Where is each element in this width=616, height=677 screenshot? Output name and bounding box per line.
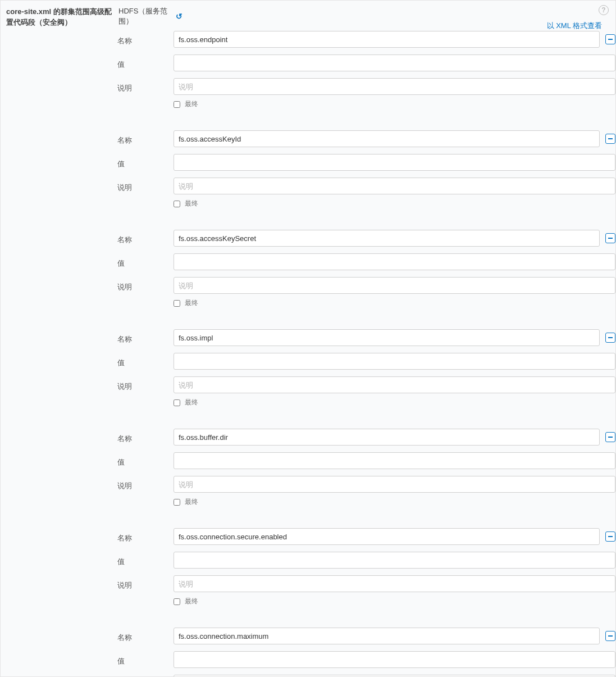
remove-entry-button[interactable] (605, 631, 615, 641)
name-label: 名称 (117, 331, 174, 344)
minus-icon (608, 437, 613, 438)
remove-entry-button[interactable] (605, 333, 615, 343)
property-title: core-site.xml 的群集范围高级配置代码段（安全阀） (6, 7, 112, 26)
minus-icon (608, 238, 613, 239)
value-label: 值 (117, 156, 174, 169)
scope-label: HDFS（服务范围） (118, 6, 171, 26)
name-input[interactable] (174, 329, 600, 346)
description-row: 说明 (117, 675, 615, 677)
final-label: 最终 (185, 597, 198, 606)
description-row: 说明 (117, 277, 615, 294)
description-input[interactable] (174, 78, 615, 95)
remove-entry-button[interactable] (605, 432, 615, 442)
property-entry: 名称 值 说明 最终 (117, 230, 615, 308)
minus-icon (608, 635, 613, 637)
final-checkbox[interactable] (174, 499, 180, 506)
name-row: 名称 (117, 130, 615, 147)
final-row: 最终 (174, 99, 615, 109)
value-row: 值 (117, 353, 615, 370)
name-input[interactable] (174, 429, 600, 446)
value-input[interactable] (174, 452, 615, 469)
remove-entry-button[interactable] (605, 531, 615, 542)
description-label: 说明 (117, 179, 174, 193)
value-input[interactable] (174, 253, 615, 270)
name-input[interactable] (174, 628, 600, 644)
value-input[interactable] (174, 353, 615, 370)
final-row: 最终 (174, 497, 615, 507)
value-row: 值 (117, 651, 615, 668)
remove-entry-button[interactable] (605, 233, 615, 243)
description-row: 说明 (117, 376, 615, 393)
final-label: 最终 (185, 298, 198, 308)
name-label: 名称 (117, 629, 174, 643)
final-checkbox[interactable] (174, 598, 180, 605)
final-label: 最终 (185, 99, 198, 109)
final-label: 最终 (185, 199, 198, 208)
value-label: 值 (117, 553, 174, 567)
final-label: 最终 (185, 398, 198, 407)
value-row: 值 (117, 452, 615, 469)
view-as-xml-link[interactable]: 以 XML 格式查看 (182, 21, 602, 31)
name-row: 名称 (117, 230, 615, 247)
final-label: 最终 (185, 497, 198, 507)
header-row: core-site.xml 的群集范围高级配置代码段（安全阀） HDFS（服务范… (1, 1, 615, 31)
value-row: 值 (117, 253, 615, 270)
value-label: 值 (117, 255, 174, 269)
value-input[interactable] (174, 552, 615, 569)
minus-icon (608, 138, 613, 139)
final-row: 最终 (174, 398, 615, 407)
remove-entry-button[interactable] (605, 134, 615, 144)
minus-icon (608, 39, 613, 40)
description-label: 说明 (117, 378, 174, 392)
value-row: 值 (117, 552, 615, 569)
minus-icon (608, 337, 613, 338)
value-label: 值 (117, 56, 174, 70)
name-label: 名称 (117, 530, 174, 543)
value-input[interactable] (174, 651, 615, 668)
minus-icon (608, 536, 613, 537)
name-input[interactable] (174, 130, 600, 147)
final-checkbox[interactable] (174, 399, 180, 406)
name-label: 名称 (117, 132, 174, 146)
remove-entry-button[interactable] (605, 34, 615, 44)
property-title-cell: core-site.xml 的群集范围高级配置代码段（安全阀） (1, 1, 117, 28)
property-entry: 名称 值 说明 最终 (117, 130, 615, 208)
help-icon[interactable]: ? (599, 5, 609, 15)
undo-icon[interactable]: ↺ (176, 12, 182, 21)
description-input[interactable] (174, 277, 615, 294)
name-row: 名称 (117, 628, 615, 644)
final-checkbox[interactable] (174, 300, 180, 307)
name-input[interactable] (174, 31, 600, 48)
description-label: 说明 (117, 279, 174, 292)
name-input[interactable] (174, 230, 600, 247)
scope-cell: HDFS（服务范围） ↺ (117, 1, 182, 26)
name-row: 名称 (117, 528, 615, 545)
description-label: 说明 (117, 478, 174, 491)
description-row: 说明 (117, 476, 615, 493)
name-row: 名称 (117, 429, 615, 446)
value-label: 值 (117, 653, 174, 666)
name-input[interactable] (174, 528, 600, 545)
form-groups: 名称 值 说明 最终 名称 (1, 31, 615, 677)
final-row: 最终 (174, 597, 615, 606)
name-label: 名称 (117, 430, 174, 444)
header-right-cell: ? 以 XML 格式查看 (182, 1, 615, 31)
final-checkbox[interactable] (174, 201, 180, 207)
property-entry: 名称 值 说明 最终 (117, 329, 615, 407)
config-panel: core-site.xml 的群集范围高级配置代码段（安全阀） HDFS（服务范… (0, 0, 616, 677)
final-checkbox[interactable] (174, 101, 180, 108)
description-input[interactable] (174, 476, 615, 493)
name-row: 名称 (117, 31, 615, 48)
description-row: 说明 (117, 178, 615, 194)
property-entry: 名称 值 说明 最终 (117, 429, 615, 507)
description-input[interactable] (174, 675, 615, 677)
value-label: 值 (117, 355, 174, 368)
final-row: 最终 (174, 298, 615, 308)
description-input[interactable] (174, 575, 615, 592)
value-row: 值 (117, 154, 615, 171)
value-input[interactable] (174, 154, 615, 171)
final-row: 最终 (174, 199, 615, 208)
value-input[interactable] (174, 54, 615, 71)
description-input[interactable] (174, 376, 615, 393)
description-input[interactable] (174, 178, 615, 194)
